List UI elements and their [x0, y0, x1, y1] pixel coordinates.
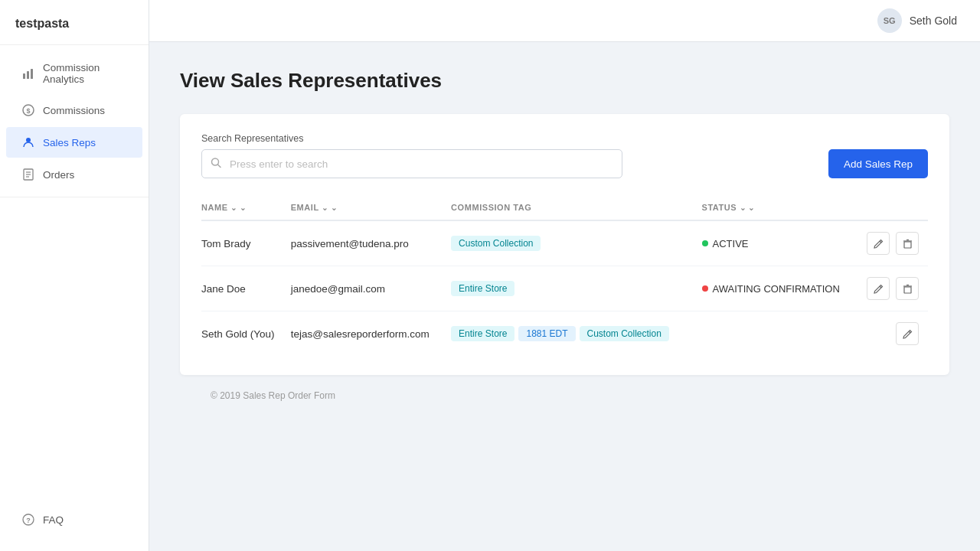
edit-button[interactable] [896, 322, 919, 345]
svg-line-14 [880, 241, 881, 243]
cell-status [702, 311, 862, 357]
svg-text:$: $ [26, 107, 30, 115]
search-input[interactable] [201, 149, 622, 178]
main-card: Search Representatives Add Sales Rep [180, 114, 949, 375]
cell-status: ACTIVE [702, 220, 862, 266]
search-icon [211, 158, 221, 171]
question-icon: ? [21, 513, 35, 527]
col-status[interactable]: STATUS ⌄ [702, 195, 862, 220]
cell-actions [861, 220, 928, 266]
svg-point-5 [26, 138, 31, 142]
user-name: Seth Gold [910, 15, 957, 27]
svg-line-18 [880, 286, 881, 288]
add-sales-rep-button[interactable]: Add Sales Rep [828, 149, 928, 178]
sidebar-item-orders[interactable]: Orders [6, 159, 142, 190]
cell-actions [861, 266, 928, 311]
col-name[interactable]: NAME ⌄ [201, 195, 291, 220]
sidebar-item-sales-reps[interactable]: Sales Reps [6, 127, 142, 158]
commission-tag: Custom Collection [580, 326, 669, 341]
cell-name: Seth Gold (You) [201, 311, 291, 357]
cell-tags: Custom Collection [451, 220, 701, 266]
sidebar-nav: Commission Analytics $ Commissions [0, 53, 149, 536]
table-body: Tom Bradypassivement@tudena.proCustom Co… [201, 220, 928, 356]
cell-name: Tom Brady [201, 220, 291, 266]
table-row: Seth Gold (You)tejas@salesreporderform.c… [201, 311, 928, 357]
action-buttons [861, 322, 919, 345]
commission-tag: Custom Collection [451, 236, 541, 251]
action-buttons [861, 277, 919, 300]
sidebar-faq-label: FAQ [43, 514, 64, 526]
cell-email: tejas@salesreporderform.com [291, 311, 451, 357]
sidebar-item-label: Commissions [43, 105, 105, 116]
col-actions [861, 195, 928, 220]
page-body: View Sales Representatives Search Repres… [149, 42, 980, 551]
status-dot [702, 285, 708, 292]
reps-table: NAME ⌄ EMAIL ⌄ COMMISSION TAG STATUS ⌄ T… [201, 195, 928, 356]
orders-icon [21, 168, 35, 181]
table-row: Tom Bradypassivement@tudena.proCustom Co… [201, 220, 928, 266]
cell-tags: Entire Store1881 EDTCustom Collection [451, 311, 701, 357]
status-text: AWAITING CONFIRMATION [713, 283, 840, 295]
sidebar: testpasta Commission Analytics [0, 0, 149, 551]
footer-text: © 2019 Sales Rep Order Form [211, 390, 335, 401]
cell-tags: Entire Store [451, 266, 701, 311]
svg-rect-19 [904, 287, 911, 293]
person-icon [21, 135, 35, 149]
sidebar-item-faq[interactable]: ? FAQ [6, 504, 142, 535]
cell-actions [861, 311, 928, 357]
status-badge: AWAITING CONFIRMATION [702, 283, 853, 295]
sidebar-item-commissions[interactable]: $ Commissions [6, 95, 142, 126]
sidebar-item-label: Commission Analytics [43, 62, 127, 85]
status-text: ACTIVE [713, 238, 749, 249]
delete-button[interactable] [896, 232, 919, 255]
search-group: Search Representatives [201, 133, 622, 178]
search-wrapper [201, 149, 622, 178]
edit-button[interactable] [867, 277, 890, 300]
cell-email: janedoe@gmail.com [291, 266, 451, 311]
edit-button[interactable] [867, 232, 890, 255]
svg-rect-0 [23, 73, 25, 79]
svg-rect-2 [31, 69, 33, 79]
chart-icon [21, 67, 35, 80]
cell-status: AWAITING CONFIRMATION [702, 266, 862, 311]
sidebar-item-label: Sales Reps [43, 137, 96, 148]
col-email[interactable]: EMAIL ⌄ [291, 195, 451, 220]
footer: © 2019 Sales Rep Order Form [180, 375, 949, 401]
cell-email: passivement@tudena.pro [291, 220, 451, 266]
commission-tag: Entire Store [451, 326, 514, 341]
main-content: SG Seth Gold View Sales Representatives … [149, 0, 980, 551]
commission-tag: 1881 EDT [518, 326, 575, 341]
svg-text:?: ? [26, 517, 31, 524]
brand-logo: testpasta [0, 0, 149, 45]
action-buttons [861, 232, 919, 255]
status-badge: ACTIVE [702, 238, 853, 249]
sidebar-item-commission-analytics[interactable]: Commission Analytics [6, 54, 142, 93]
search-section: Search Representatives Add Sales Rep [201, 133, 928, 178]
avatar: SG [877, 8, 902, 33]
col-commission-tag: COMMISSION TAG [451, 195, 701, 220]
status-dot [702, 240, 708, 246]
commission-tag: Entire Store [451, 281, 514, 296]
sidebar-item-label: Orders [43, 169, 74, 181]
dollar-icon: $ [21, 103, 35, 117]
topbar: SG Seth Gold [149, 0, 980, 42]
svg-rect-15 [904, 242, 911, 248]
cell-name: Jane Doe [201, 266, 291, 311]
table-header: NAME ⌄ EMAIL ⌄ COMMISSION TAG STATUS ⌄ [201, 195, 928, 220]
delete-button[interactable] [896, 277, 919, 300]
search-label: Search Representatives [201, 133, 622, 144]
table-row: Jane Doejanedoe@gmail.comEntire StoreAWA… [201, 266, 928, 311]
svg-line-13 [218, 165, 221, 168]
page-title: View Sales Representatives [180, 69, 949, 93]
svg-line-22 [909, 331, 910, 333]
svg-rect-1 [27, 71, 29, 79]
